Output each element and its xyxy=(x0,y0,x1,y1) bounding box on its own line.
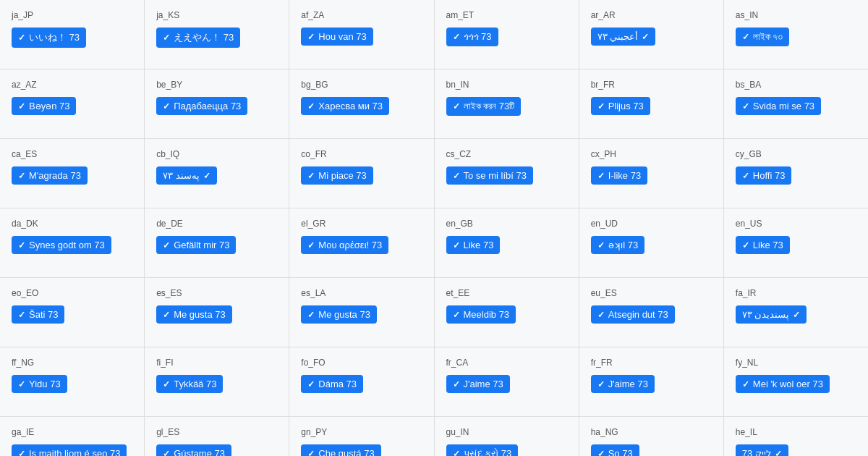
check-icon: ✓ xyxy=(597,310,605,320)
like-badge[interactable]: ✓Like 73 xyxy=(446,236,501,254)
check-icon: ✓ xyxy=(793,310,800,320)
like-badge[interactable]: ✓Plijus 73 xyxy=(591,97,650,115)
locale-cell-cs_CZ: cs_CZ✓To se mi líbí 73 xyxy=(435,139,579,208)
locale-cell-he_IL: he_ILלייק 73✓ xyxy=(724,417,868,456)
locale-cell-es_LA: es_LA✓Me gusta 73 xyxy=(289,278,433,347)
locale-label: fo_FO xyxy=(301,358,422,368)
like-badge[interactable]: أعجبني ٧٣✓ xyxy=(591,28,656,46)
like-badge[interactable]: ✓Like 73 xyxy=(736,236,790,254)
locale-cell-en_GB: en_GB✓Like 73 xyxy=(435,208,579,277)
locale-cell-as_IN: as_IN✓লাইক ৭৩ xyxy=(724,0,868,69)
like-badge[interactable]: ✓Hoffi 73 xyxy=(736,166,792,185)
check-icon: ✓ xyxy=(453,310,460,320)
check-icon: ✓ xyxy=(597,379,605,389)
like-badge[interactable]: ✓Mei 'k wol oer 73 xyxy=(736,375,830,393)
like-text: J'aime 73 xyxy=(608,379,648,389)
like-badge[interactable]: ✓ええやん！ 73 xyxy=(156,28,240,48)
like-badge[interactable]: ✓Che gustá 73 xyxy=(301,444,380,456)
check-icon: ✓ xyxy=(163,379,170,389)
locale-cell-eo_EO: eo_EO✓Šati 73 xyxy=(0,278,144,347)
like-text: I-like 73 xyxy=(608,170,642,181)
like-badge[interactable]: پسندیدن ۷۳✓ xyxy=(736,305,807,324)
like-badge[interactable]: ✓লাইক ৭৩ xyxy=(736,28,790,46)
locale-label: af_ZA xyxy=(301,10,422,20)
like-badge[interactable]: ✓Synes godt om 73 xyxy=(12,236,111,254)
like-badge[interactable]: ✓Atsegin dut 73 xyxy=(591,305,675,324)
like-text: Meeldib 73 xyxy=(464,309,510,320)
locale-label: as_IN xyxy=(736,10,856,20)
locale-cell-af_ZA: af_ZA✓Hou van 73 xyxy=(289,0,433,69)
locale-label: br_FR xyxy=(591,80,712,90)
like-text: M'agrada 73 xyxy=(29,170,81,181)
like-badge[interactable]: ✓いいね！ 73 xyxy=(12,28,86,48)
like-badge[interactable]: ✓əʞıl 73 xyxy=(591,236,645,254)
like-badge[interactable]: ✓Is maith liom é seo 73 xyxy=(12,444,127,456)
like-badge[interactable]: ✓પસંદ કરો 73 xyxy=(446,444,519,456)
locale-label: en_GB xyxy=(446,219,567,229)
like-badge[interactable]: ✓ጎጎጎ 73 xyxy=(446,28,498,46)
locale-cell-ja_KS: ja_KS✓ええやん！ 73 xyxy=(145,0,289,69)
check-icon: ✓ xyxy=(18,101,25,111)
like-badge[interactable]: ✓Mi piace 73 xyxy=(301,166,373,185)
like-badge[interactable]: ✓J'aime 73 xyxy=(446,375,510,393)
like-badge[interactable]: ✓I-like 73 xyxy=(591,166,648,185)
like-text: Me gusta 73 xyxy=(318,309,370,320)
like-badge[interactable]: ✓Šati 73 xyxy=(12,305,64,324)
check-icon: ✓ xyxy=(163,101,170,111)
locale-label: gn_PY xyxy=(301,427,422,437)
like-badge[interactable]: ✓Падабаецца 73 xyxy=(156,97,247,115)
locale-label: cy_GB xyxy=(736,149,856,159)
check-icon: ✓ xyxy=(18,171,25,181)
like-badge[interactable]: ✓Me gusta 73 xyxy=(156,305,232,324)
like-badge[interactable]: ✓M'agrada 73 xyxy=(12,166,88,185)
locale-label: ga_IE xyxy=(12,427,132,437)
locale-cell-el_GR: el_GR✓Μου αρέσει! 73 xyxy=(289,208,433,277)
check-icon: ✓ xyxy=(18,310,25,320)
like-text: Hoffi 73 xyxy=(753,170,786,181)
locale-cell-es_ES: es_ES✓Me gusta 73 xyxy=(145,278,289,347)
locale-label: bg_BG xyxy=(301,80,422,90)
check-icon: ✓ xyxy=(775,449,782,457)
check-icon: ✓ xyxy=(163,33,170,43)
like-badge[interactable]: ✓Gefällt mir 73 xyxy=(156,236,236,254)
like-badge[interactable]: ✓Харесва ми 73 xyxy=(301,97,389,115)
like-badge[interactable]: ✓Gústame 73 xyxy=(156,444,231,456)
like-badge[interactable]: ✓Bəyən 73 xyxy=(12,97,76,115)
like-badge[interactable]: ✓Dáma 73 xyxy=(301,375,363,393)
like-badge[interactable]: پەسند ٧٣✓ xyxy=(156,166,217,185)
check-icon: ✓ xyxy=(597,240,605,250)
like-badge[interactable]: ✓লাইক করন 73টি xyxy=(446,97,522,116)
locale-cell-be_BY: be_BY✓Падабаецца 73 xyxy=(145,69,289,138)
like-badge[interactable]: ✓J'aime 73 xyxy=(591,375,655,393)
like-text: Like 73 xyxy=(753,240,783,250)
like-text: So 73 xyxy=(608,448,633,456)
like-badge[interactable]: ✓Μου αρέσει! 73 xyxy=(301,236,388,254)
check-icon: ✓ xyxy=(163,449,170,457)
like-text: Svida mi se 73 xyxy=(753,101,814,111)
like-text: Dáma 73 xyxy=(318,379,357,389)
like-badge[interactable]: ✓Yidu 73 xyxy=(12,375,67,393)
locale-cell-bn_IN: bn_IN✓লাইক করন 73টি xyxy=(435,69,579,138)
locale-cell-fr_FR: fr_FR✓J'aime 73 xyxy=(579,347,723,416)
check-icon: ✓ xyxy=(18,33,25,43)
locale-label: co_FR xyxy=(301,149,422,159)
locale-label: fy_NL xyxy=(736,358,856,368)
like-badge[interactable]: ✓To se mi líbí 73 xyxy=(446,166,533,185)
locale-label: en_US xyxy=(736,219,856,229)
like-text: Bəyən 73 xyxy=(29,101,69,111)
locale-label: ar_AR xyxy=(591,10,712,20)
like-text: いいね！ 73 xyxy=(29,31,80,44)
like-badge[interactable]: ✓Tykkää 73 xyxy=(156,375,223,393)
locale-label: ha_NG xyxy=(591,427,712,437)
like-badge[interactable]: ✓Svida mi se 73 xyxy=(736,97,821,115)
like-text: پەسند ٧٣ xyxy=(163,170,200,181)
like-text: לייק 73 xyxy=(742,448,771,456)
like-badge[interactable]: ✓So 73 xyxy=(591,444,639,456)
like-badge[interactable]: ✓Meeldib 73 xyxy=(446,305,516,324)
like-badge[interactable]: ✓Me gusta 73 xyxy=(301,305,377,324)
like-text: To se mi líbí 73 xyxy=(464,170,527,181)
like-text: Synes godt om 73 xyxy=(29,240,105,250)
like-text: Šati 73 xyxy=(29,309,58,320)
like-badge[interactable]: ✓Hou van 73 xyxy=(301,28,373,46)
like-badge[interactable]: לייק 73✓ xyxy=(736,444,788,456)
